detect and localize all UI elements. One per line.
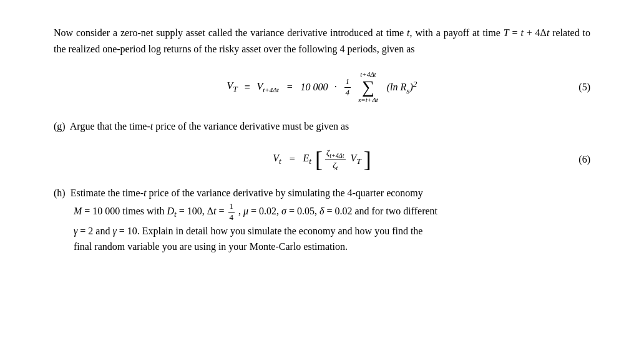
equation-5-block: VT ≡ Vt+4Δt = 10 000 · 1 4 t+4Δt ∑ s=t+Δ… [54,70,590,104]
Vt-lhs: Vt [273,153,281,166]
equation-number-5: (5) [578,82,590,93]
equiv-sign: ≡ [244,82,251,93]
page-content: Now consider a zero-net supply asset cal… [41,0,603,294]
section-h-line2: M = 10 000 times with Dt = 100, Δt = 1 4… [74,206,437,216]
frac-1-4-h: 1 4 [228,201,235,223]
summation-symbol: t+4Δt ∑ s=t+Δt [358,70,378,104]
VT-inside-bracket: VT [351,153,361,166]
equation-6-block: Vt = Et [ ζt+4Δt ζt [54,148,590,171]
right-bracket: ] [364,148,371,171]
zeta-numerator: ζt+4Δt [325,148,345,160]
eq-equals-1: = [286,82,293,93]
equation-5: VT ≡ Vt+4Δt = 10 000 · 1 4 t+4Δt ∑ s=t+Δ… [227,70,417,104]
section-h-line3: γ = 2 and γ = 10. Explain in detail how … [74,226,422,236]
section-h-line4: final random variable you are using in y… [74,241,348,252]
zeta-fraction: ζt+4Δt ζt [325,148,345,171]
section-g: (g) Argue that the time-t price of the v… [54,118,590,172]
sigma-symbol: ∑ [362,79,374,96]
eq-equals-2: = [289,154,296,165]
constant-10000: 10 000 [301,82,328,93]
frac-den-h: 4 [228,212,235,223]
intro-paragraph: Now consider a zero-net supply asset cal… [54,25,590,57]
section-g-label: (g) [54,121,70,131]
section-g-text: (g) Argue that the time-t price of the v… [54,118,590,135]
frac-num-h: 1 [228,201,235,212]
fraction-denominator: 4 [344,88,351,98]
dot-operator: · [334,82,337,93]
fraction-1-4: 1 4 [344,77,351,98]
log-return-term: (ln Rs)2 [387,79,417,96]
E-operator: Et [303,153,311,166]
section-h: (h) Estimate the time-t price of the var… [54,185,590,255]
section-h-label: (h) [54,188,71,198]
following-text: following [298,44,337,54]
VT-lhs: VT [227,80,237,94]
bracket-expression: [ ζt+4Δt ζt VT ] [315,148,371,171]
zeta-denominator: ζt [331,160,339,172]
equation-number-6: (6) [578,154,590,165]
equation-6: Vt = Et [ ζt+4Δt ζt [273,148,371,171]
Vt4delta: Vt+4Δt [256,81,278,93]
fraction-numerator: 1 [344,77,351,88]
t-variable: t [407,27,409,38]
sum-lower-limit: s=t+Δt [358,96,378,104]
left-bracket: [ [315,148,323,171]
T-variable: T [504,27,509,38]
section-h-text: (h) Estimate the time-t price of the var… [54,185,590,255]
